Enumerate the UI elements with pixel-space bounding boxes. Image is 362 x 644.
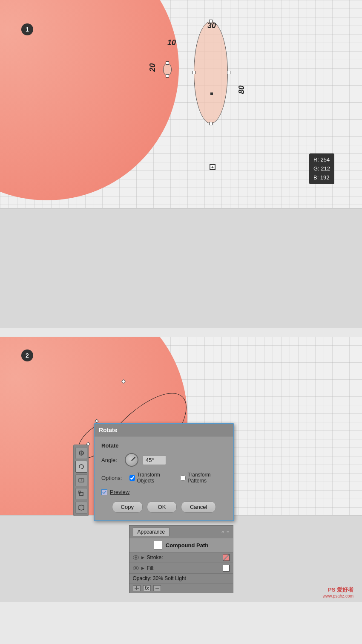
compound-path-row: Compound Path [129,538,233,552]
fill-row: ▶ Fill: [129,563,233,574]
fill-swatch[interactable] [223,565,230,572]
appearance-panel-header: Appearance « ≡ [129,526,233,538]
pen-tool-btn[interactable] [75,447,87,459]
angle-input[interactable] [143,455,166,465]
watermark: PS 爱好者 www.psahz.com [323,586,353,598]
menu-icon[interactable]: ≡ [227,529,229,534]
bottom-panel-section: Appearance « ≡ Compound Path ▶ Stroke: ▶… [0,516,362,602]
anchor-bottom-near [209,122,213,125]
collapse-icon[interactable]: « [221,529,224,534]
anchor-origin [210,164,215,170]
watermark-ps: PS 爱好者 [323,586,353,594]
transform-patterns-checkbox[interactable]: Transform Patterns [180,472,227,484]
delete-icon[interactable] [153,585,161,591]
preview-checkbox[interactable] [101,489,107,495]
svg-rect-10 [155,588,159,589]
add-new-icon[interactable] [133,585,141,591]
ok-button[interactable]: OK [147,501,177,513]
step-badge-1: 1 [21,23,33,35]
stroke-label: Stroke: [147,554,220,560]
appearance-tab[interactable]: Appearance [133,527,170,536]
angle-row: Angle: [101,453,227,467]
fill-eye-icon[interactable] [133,566,139,570]
fill-arrow-icon: ▶ [141,566,144,570]
stroke-arrow-icon: ▶ [141,555,144,560]
dimension-30: 30 [207,21,216,30]
reflect-tool-btn[interactable] [75,474,87,486]
dialog-titlebar: Rotate [95,424,233,436]
appearance-footer: fx [129,583,233,593]
dialog-section-label: Rotate [101,442,227,449]
copy-button[interactable]: Copy [112,501,143,513]
anchor-small-left [166,61,169,65]
anchor-left [192,71,195,74]
toolbar [73,445,89,516]
appearance-icons: « ≡ [221,529,230,534]
center-dot-large [210,92,213,95]
options-row: Options: Transform Objects Transform Pat… [101,472,227,484]
scale-tool-btn[interactable] [75,488,87,500]
preview-label: Preview [110,489,129,495]
opacity-label: Opacity: 30% Soft Light [133,575,186,581]
canvas-section-1: 1 30 10 20 80 R: 254 G: 212 B: 192 [0,0,362,209]
svg-rect-6 [80,492,83,496]
svg-marker-3 [79,467,80,468]
dimension-10: 10 [167,38,176,47]
dialog-body: Rotate Angle: Options: Transform Objects… [95,436,233,520]
appearance-panel: Appearance « ≡ Compound Path ▶ Stroke: ▶… [129,525,233,593]
fill-label: Fill: [147,565,220,571]
dialog-buttons: Copy OK Cancel [101,501,227,514]
stroke-row: ▶ Stroke: [129,552,233,563]
angle-label: Angle: [101,457,121,463]
rotate-tool-btn[interactable] [75,461,87,473]
opacity-row: Opacity: 30% Soft Light [129,574,233,583]
anchor-right [227,71,230,74]
footer-icons: fx [133,585,161,591]
large-ellipse-1 [194,21,228,124]
watermark-url: www.psahz.com [323,594,353,598]
angle-dial[interactable] [125,453,138,467]
stroke-eye-icon[interactable] [133,555,139,560]
fx-icon[interactable]: fx [143,585,151,591]
compound-swatch [154,541,162,549]
dialog-section: Rotate Rotate Angle: Options: Transform … [0,209,362,328]
preview-row[interactable]: Preview [101,489,227,495]
anchor-small-bottom [166,74,169,78]
dimension-80: 80 [237,85,246,94]
stroke-swatch[interactable] [223,554,230,561]
dimension-20: 20 [148,63,157,72]
rotate-dialog: Rotate Rotate Angle: Options: Transform … [94,423,234,521]
options-label: Options: [101,475,122,481]
cancel-button[interactable]: Cancel [181,501,216,513]
transform-objects-checkbox[interactable]: Transform Objects [129,472,174,484]
compound-path-label: Compound Path [166,542,208,549]
svg-rect-9 [136,586,137,590]
color-info-tooltip: R: 254 G: 212 B: 192 [309,153,334,184]
step-badge-2: 2 [21,349,33,361]
free-transform-btn[interactable] [75,502,87,514]
